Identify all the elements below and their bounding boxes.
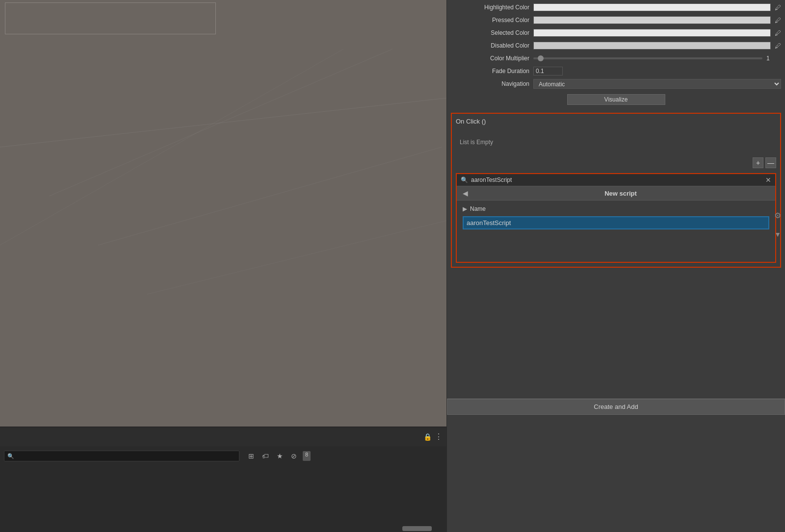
pressed-color-row: Pressed Color 🖊 xyxy=(447,15,785,25)
scroll-icon[interactable]: ▼ xyxy=(774,230,781,238)
inspector-panel: Highlighted Color 🖊 Pressed Color 🖊 Sele… xyxy=(446,0,785,532)
list-empty-label: List is Empty xyxy=(456,129,776,155)
pressed-eyedropper-icon[interactable]: 🖊 xyxy=(775,17,781,24)
filter-badge: 8 xyxy=(303,451,311,461)
highlighted-eyedropper-icon[interactable]: 🖊 xyxy=(775,4,781,11)
gear-settings-icon[interactable]: ⚙ xyxy=(774,211,781,220)
svg-line-3 xyxy=(147,221,446,294)
slider-thumb[interactable] xyxy=(538,55,544,61)
back-arrow-icon[interactable]: ◀ xyxy=(463,189,468,197)
color-multiplier-value: 1 xyxy=(766,55,781,62)
color-properties: Highlighted Color 🖊 Pressed Color 🖊 Sele… xyxy=(447,0,785,108)
hierarchy-toolbar: 🔍 ⊞ 🏷 ★ ⊘ 8 xyxy=(0,446,446,466)
star-icon[interactable]: ★ xyxy=(275,451,285,461)
navigation-row: Navigation Automatic xyxy=(447,78,785,89)
search-input[interactable] xyxy=(16,453,236,459)
selected-color-label: Selected Color xyxy=(451,29,529,36)
play-icon: ▶ xyxy=(463,205,467,212)
new-script-header: ◀ New script xyxy=(457,186,775,201)
search-icon: 🔍 xyxy=(7,453,14,459)
disabled-color-label: Disabled Color xyxy=(451,42,529,49)
highlighted-color-row: Highlighted Color 🖊 xyxy=(447,2,785,13)
disabled-color-row: Disabled Color 🖊 xyxy=(447,40,785,51)
svg-line-0 xyxy=(0,98,446,147)
picker-empty-space xyxy=(457,232,775,262)
toolbar-icons: ⊞ 🏷 ★ ⊘ 8 xyxy=(246,451,311,461)
remove-item-button[interactable]: — xyxy=(765,157,776,168)
script-search-input[interactable] xyxy=(471,177,765,183)
color-multiplier-label: Color Multiplier xyxy=(451,55,529,62)
tag-icon[interactable]: 🏷 xyxy=(260,451,271,461)
fade-duration-input[interactable]: 0.1 xyxy=(533,67,563,76)
onclick-title: On Click () xyxy=(456,118,776,125)
script-picker-search-row: 🔍 ✕ xyxy=(457,174,775,186)
svg-line-2 xyxy=(98,147,442,245)
navigation-label: Navigation xyxy=(451,80,529,87)
add-remove-bar: + — xyxy=(456,155,776,170)
hierarchy-content xyxy=(0,466,446,532)
disabled-color-swatch[interactable] xyxy=(533,42,771,50)
filter-icon[interactable]: ⊘ xyxy=(289,451,299,461)
name-section-label: Name xyxy=(470,205,486,212)
scrollbar-thumb[interactable] xyxy=(402,526,432,531)
color-multiplier-row: Color Multiplier 1 xyxy=(447,53,785,64)
search-container[interactable]: 🔍 xyxy=(4,451,239,461)
selected-color-swatch[interactable] xyxy=(533,29,771,37)
inspector-empty-space xyxy=(447,268,785,415)
more-options-icon[interactable]: ⋮ xyxy=(435,432,443,441)
close-picker-button[interactable]: ✕ xyxy=(765,176,771,184)
onclick-section: On Click () List is Empty + — 🔍 ✕ ◀ New … xyxy=(451,113,781,268)
add-item-button[interactable]: + xyxy=(753,157,763,168)
navigation-dropdown-container: Automatic xyxy=(533,79,781,89)
script-name-input[interactable]: aaronTestScript xyxy=(463,216,769,229)
svg-line-4 xyxy=(0,49,343,245)
svg-line-1 xyxy=(49,49,392,196)
scene-view xyxy=(0,0,446,427)
horizontal-scrollbar[interactable] xyxy=(0,525,446,532)
canvas-frame xyxy=(5,2,216,34)
pressed-color-swatch[interactable] xyxy=(533,16,771,24)
fade-duration-row: Fade Duration 0.1 xyxy=(447,66,785,76)
name-row: ▶ Name xyxy=(463,203,769,214)
color-multiplier-slider[interactable]: 1 xyxy=(533,55,781,62)
disabled-eyedropper-icon[interactable]: 🖊 xyxy=(775,42,781,50)
new-script-title: New script xyxy=(472,190,769,197)
name-section: ▶ Name aaronTestScript xyxy=(457,201,775,232)
create-and-add-button[interactable]: Create and Add xyxy=(447,399,785,415)
lock-icon[interactable]: 🔒 xyxy=(423,433,432,441)
visualize-button[interactable]: Visualize xyxy=(567,94,665,105)
pressed-color-label: Pressed Color xyxy=(451,17,529,24)
fade-duration-label: Fade Duration xyxy=(451,68,529,75)
selected-color-row: Selected Color 🖊 xyxy=(447,27,785,38)
bottom-toolbar: 🔒 ⋮ xyxy=(0,427,446,446)
script-search-icon: 🔍 xyxy=(461,177,468,183)
slider-track[interactable] xyxy=(533,57,762,59)
selected-eyedropper-icon[interactable]: 🖊 xyxy=(775,29,781,37)
script-picker-panel: 🔍 ✕ ◀ New script ▶ Name aaronTestScript xyxy=(456,173,776,263)
highlighted-color-swatch[interactable] xyxy=(533,3,771,11)
navigation-dropdown[interactable]: Automatic xyxy=(533,79,781,89)
highlighted-color-label: Highlighted Color xyxy=(451,4,529,11)
layer-icon[interactable]: ⊞ xyxy=(246,451,256,461)
